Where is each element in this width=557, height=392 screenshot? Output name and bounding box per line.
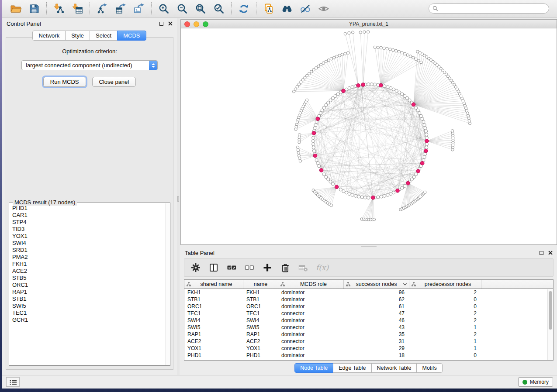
network-node[interactable] xyxy=(409,55,412,58)
search-binoculars-button[interactable] xyxy=(280,2,294,16)
mcds-result-item[interactable]: SWI5 xyxy=(9,303,165,309)
network-node[interactable] xyxy=(363,196,367,199)
table-row[interactable]: SWI4SWI4dominator462 xyxy=(184,317,553,324)
network-node[interactable] xyxy=(327,59,330,62)
network-node[interactable] xyxy=(417,59,420,62)
network-canvas[interactable] xyxy=(181,29,557,244)
select-all-button[interactable] xyxy=(226,262,237,273)
network-node[interactable] xyxy=(392,88,395,91)
network-node[interactable] xyxy=(348,193,351,196)
network-node[interactable] xyxy=(347,52,349,54)
network-hub-node[interactable] xyxy=(379,83,383,87)
table-row[interactable]: STB1STB1dominator620 xyxy=(184,296,553,303)
network-node[interactable] xyxy=(395,89,398,92)
float-panel-icon[interactable] xyxy=(540,251,543,255)
network-node[interactable] xyxy=(344,52,346,55)
network-node[interactable] xyxy=(425,133,428,136)
network-node[interactable] xyxy=(380,46,382,49)
network-node[interactable] xyxy=(296,146,299,148)
network-node[interactable] xyxy=(422,120,425,124)
network-node[interactable] xyxy=(312,69,315,71)
table-settings-button[interactable] xyxy=(190,262,201,273)
mcds-result-item[interactable]: RAP1 xyxy=(9,289,165,296)
table-row[interactable]: PHD1PHD1dominator180 xyxy=(184,352,553,359)
network-node[interactable] xyxy=(383,194,386,197)
network-node[interactable] xyxy=(315,67,317,69)
network-node[interactable] xyxy=(298,157,301,159)
zoom-in-button[interactable] xyxy=(157,2,171,16)
network-hub-node[interactable] xyxy=(313,154,317,158)
table-row[interactable]: ORC1ORC1dominator610 xyxy=(184,303,553,310)
tab-mcds[interactable]: MCDS xyxy=(117,31,146,41)
network-node[interactable] xyxy=(386,193,389,196)
clone-network-button[interactable] xyxy=(262,2,276,16)
network-node[interactable] xyxy=(395,49,398,52)
network-node[interactable] xyxy=(380,195,383,198)
export-network-button[interactable] xyxy=(95,2,109,16)
column-header-name[interactable]: name xyxy=(243,280,278,289)
mcds-result-item[interactable]: PMA2 xyxy=(9,254,165,261)
network-node[interactable] xyxy=(419,114,422,117)
network-node[interactable] xyxy=(423,155,426,158)
mcds-result-item[interactable]: FKH1 xyxy=(9,261,165,268)
network-node[interactable] xyxy=(332,56,335,59)
mcds-result-item[interactable]: TID3 xyxy=(9,226,165,233)
network-hub-node[interactable] xyxy=(424,149,428,153)
mcds-result-item[interactable]: TEC1 xyxy=(9,309,165,316)
network-node[interactable] xyxy=(298,83,300,86)
mcds-result-item[interactable]: STB5 xyxy=(9,275,165,282)
network-node[interactable] xyxy=(406,54,409,56)
network-node[interactable] xyxy=(451,130,453,132)
network-hub-node[interactable] xyxy=(319,168,323,172)
network-node[interactable] xyxy=(336,55,338,58)
show-all-button[interactable] xyxy=(317,2,331,16)
network-node[interactable] xyxy=(311,139,315,142)
network-node[interactable] xyxy=(359,31,362,34)
network-node[interactable] xyxy=(338,54,341,57)
network-node[interactable] xyxy=(415,58,417,60)
network-node[interactable] xyxy=(297,151,300,154)
network-hub-node[interactable] xyxy=(416,169,420,173)
open-file-button[interactable] xyxy=(9,2,23,16)
tab-network[interactable]: Network xyxy=(32,31,66,41)
network-node[interactable] xyxy=(351,193,354,196)
network-node[interactable] xyxy=(344,32,346,35)
network-node[interactable] xyxy=(468,120,471,122)
show-columns-button[interactable] xyxy=(208,262,219,273)
network-node[interactable] xyxy=(425,136,428,139)
network-node[interactable] xyxy=(412,56,415,59)
network-node[interactable] xyxy=(330,58,332,60)
network-node[interactable] xyxy=(398,91,401,94)
close-window-icon[interactable] xyxy=(184,21,190,27)
network-node[interactable] xyxy=(383,85,386,88)
network-node[interactable] xyxy=(377,46,379,49)
memory-button[interactable]: Memory xyxy=(518,377,553,387)
close-panel-button[interactable]: Close panel xyxy=(92,77,136,87)
network-node[interactable] xyxy=(367,196,370,199)
search-input[interactable] xyxy=(440,6,545,12)
tab-motifs[interactable]: Motifs xyxy=(416,363,442,373)
mcds-result-item[interactable]: CAR1 xyxy=(9,212,165,219)
close-panel-icon[interactable] xyxy=(548,251,553,255)
zoom-out-button[interactable] xyxy=(175,2,189,16)
network-node[interactable] xyxy=(331,182,334,186)
network-node[interactable] xyxy=(348,86,351,89)
zoom-fit-button[interactable] xyxy=(194,2,208,16)
network-node[interactable] xyxy=(313,127,316,130)
export-image-button[interactable] xyxy=(132,2,146,16)
mcds-list-scrollbar[interactable] xyxy=(166,203,170,365)
network-hub-node[interactable] xyxy=(425,139,429,143)
network-hub-node[interactable] xyxy=(420,162,424,165)
network-node[interactable] xyxy=(294,88,297,90)
network-node[interactable] xyxy=(354,194,357,197)
network-node[interactable] xyxy=(363,31,366,33)
network-node[interactable] xyxy=(392,48,394,51)
run-mcds-button[interactable]: Run MCDS xyxy=(43,77,86,87)
import-network-button[interactable] xyxy=(52,2,66,16)
network-node[interactable] xyxy=(468,122,471,125)
tab-edge-table[interactable]: Edge Table xyxy=(333,363,371,373)
column-header-predecessor-nodes[interactable]: predecessor nodes xyxy=(409,280,481,289)
network-node[interactable] xyxy=(294,128,297,131)
network-hub-node[interactable] xyxy=(316,117,320,121)
network-node[interactable] xyxy=(308,72,311,75)
